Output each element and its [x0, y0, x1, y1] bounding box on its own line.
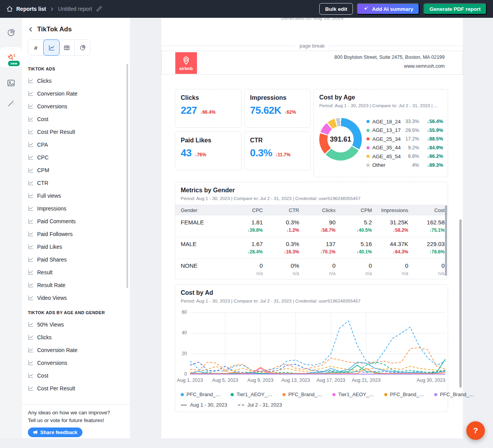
cell-change: ↓78.6% [411, 249, 445, 255]
sidebar-metric-item[interactable]: Cost [28, 369, 124, 382]
sidebar-metric-item[interactable]: Cost [28, 113, 124, 125]
help-button[interactable]: ? [466, 421, 485, 440]
column-header: Clicks [302, 207, 339, 213]
edit-title-icon[interactable] [96, 6, 102, 12]
donut-center-value: 391.61 [327, 126, 354, 152]
rail-magic-item[interactable] [0, 93, 22, 113]
sidebar-metric-label: CPA [37, 142, 48, 148]
widget-type-pie-chart[interactable] [75, 40, 90, 55]
sidebar-metric-item[interactable]: Cost Per Result [28, 125, 124, 138]
sidebar-metric-item[interactable]: Paid Likes [28, 240, 124, 253]
sidebar-metric-item[interactable]: Result [28, 266, 124, 279]
cell-value: 0 [339, 262, 372, 269]
x-axis-label: Aug 30, 2023 [417, 378, 445, 383]
bulk-edit-button[interactable]: Bulk edit [319, 3, 353, 15]
line-chart-icon [28, 373, 34, 378]
rail-integrations-item[interactable]: new [0, 47, 22, 67]
sidebar-metric-item[interactable]: CPM [28, 164, 124, 176]
widget-type-table[interactable] [59, 40, 75, 55]
cell-change: ↓64.3% [375, 249, 408, 255]
sidebar-metric-label: CPC [37, 154, 49, 161]
rail-images-item[interactable] [0, 73, 22, 93]
cost-by-ad-widget[interactable]: Cost by Ad Period: Aug 1 - 30, 2023 | Co… [175, 284, 448, 412]
sidebar-metric-item[interactable]: Paid Comments [28, 215, 124, 227]
share-feedback-button[interactable]: Share feedback [28, 427, 82, 437]
gender-cell: MALE [175, 241, 229, 258]
sidebar-metric-item[interactable]: CPC [28, 151, 124, 164]
gender-table: GenderCPCCTRClicksCPMImpressionsCostFEMA… [175, 205, 448, 280]
cell-change: ↓16.3% [266, 249, 299, 255]
sidebar-metric-label: Result Rate [37, 282, 65, 288]
page-scrollbar[interactable] [459, 219, 462, 388]
sidebar-metric-item[interactable]: Conversion Rate [28, 344, 124, 356]
rail-widgets-item[interactable] [0, 22, 22, 43]
cell-value: 0.3% [266, 241, 299, 247]
sidebar-metric-item[interactable]: Conversions [28, 356, 124, 369]
sidebar-metric-item[interactable]: Result Rate [28, 279, 124, 291]
metrics-by-gender-widget[interactable]: Metrics by Gender Period: Aug 1 - 30, 20… [175, 182, 448, 279]
sidebar-metric-item[interactable]: Video Views [28, 291, 124, 304]
line-chart-icon [28, 231, 34, 237]
legend-item: PFC_Brand_… [181, 392, 221, 397]
kpi-change: ↓62% [284, 109, 296, 115]
brand-logo: airbnb [175, 52, 197, 74]
metric-cell: 90↓58.7% [302, 219, 339, 237]
widget-type-number[interactable]: # [28, 40, 44, 55]
cell-value: 5.16 [339, 241, 372, 247]
sidebar-metric-label: Paid Comments [37, 218, 76, 224]
sidebar-metric-item[interactable]: Impressions [28, 202, 124, 215]
sidebar-section: TIKTOK ADS BY AGE AND GENDER50% ViewsCli… [28, 310, 124, 395]
kpi-card-ctr[interactable]: CTR 0.3%↓11.7% [244, 132, 311, 170]
sidebar-metric-item[interactable]: Paid Followers [28, 227, 124, 240]
cell-value: 137 [302, 241, 336, 247]
sidebar-metric-item[interactable]: Clicks [28, 331, 124, 344]
line-chart-icon [28, 167, 34, 173]
sidebar-metric-item[interactable]: CPA [28, 138, 124, 151]
chevron-right-icon [50, 7, 54, 11]
sidebar-metric-label: 50% Views [37, 321, 64, 328]
line-chart [190, 312, 445, 377]
report-header-address: 800 Boylston Street, Suite 2475, Boston,… [334, 55, 445, 72]
sidebar-metric-item[interactable]: Conversions [28, 100, 124, 113]
sidebar-metric-item[interactable]: CTR [28, 176, 124, 189]
pie-chart-icon [7, 28, 15, 37]
x-axis-label: Aug 17, 2023 [317, 378, 345, 383]
legend-label: Other [372, 162, 401, 168]
sidebar-metric-item[interactable]: 50% Views [28, 318, 124, 331]
metric-cell: 0n/a [339, 262, 375, 280]
widget-title: Metrics by Gender [175, 187, 448, 194]
report-header-widget[interactable]: airbnb 800 Boylston Street, Suite 2475, … [161, 51, 463, 75]
report-title: Untitled report [58, 6, 92, 12]
legend-dot [366, 164, 370, 167]
add-ai-summary-button[interactable]: Add AI summary [357, 3, 419, 15]
metric-cell: 0%n/a [266, 262, 302, 280]
sidebar-metric-label: Video Views [37, 295, 67, 301]
metric-cell: 1.81↓39.8% [229, 219, 266, 237]
sidebar-metric-item[interactable]: Paid Shares [28, 253, 124, 266]
sidebar-metric-item[interactable]: Clicks [28, 74, 124, 87]
legend-item: PFC_Brand_… [282, 392, 322, 397]
line-chart-icon [48, 44, 55, 51]
y-axis-label: 40 [178, 330, 187, 335]
legend-label: PFC_Brand_… [288, 392, 322, 397]
generate-pdf-button[interactable]: Generate PDF report [423, 3, 487, 15]
sidebar-metric-item[interactable]: Full views [28, 189, 124, 202]
kpi-card-paid-likes[interactable]: Paid Likes 43↓76% [175, 132, 241, 170]
sidebar-metric-item[interactable]: Conversion Rate [28, 87, 124, 100]
cell-value: 1.81 [229, 219, 263, 226]
solid-line-sample [181, 405, 187, 405]
widget-type-line-chart[interactable] [43, 39, 60, 56]
cell-change: ↓70.1% [302, 249, 336, 255]
table-scrollbar[interactable] [445, 205, 447, 276]
reports-list-link[interactable]: Reports list [6, 5, 46, 12]
cost-by-age-widget[interactable]: Cost by Age Period: Aug 1 - 30, 2023 | C… [313, 89, 448, 177]
legend-dot [366, 146, 370, 149]
sidebar-scrollbar[interactable] [127, 64, 128, 288]
cell-value: 0 [375, 262, 408, 269]
kpi-card-clicks[interactable]: Clicks 227↓66.4% [175, 89, 241, 128]
back-button[interactable] [28, 27, 33, 32]
kpi-card-impressions[interactable]: Impressions 75.62K↓62% [244, 89, 311, 128]
legend-change: ↓84.9% [419, 145, 443, 150]
sidebar-metric-item[interactable]: Cost Per Result [28, 382, 124, 395]
legend-label: AGE_25_34 [372, 136, 401, 142]
